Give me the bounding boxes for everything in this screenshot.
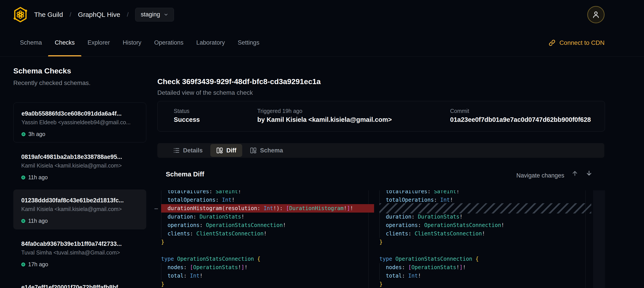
code-line: operations: OperationStatsConnection! [161,221,374,229]
green-dot-icon [21,175,25,179]
check-meta: 11h ago [21,174,138,181]
removed-line-marker: — [154,204,158,213]
code-line: duration: DurationStats! [161,213,374,221]
check-meta: 3h ago [22,131,138,137]
placeholder-code-line [380,203,591,213]
target-selector-value: staging [141,11,160,18]
check-id: 84fa0cab9367b39e1b1ff0a74f2733... [21,240,138,247]
nav-tab-schema[interactable]: Schema [20,29,42,56]
connect-cdn-button[interactable]: Connect to CDN [548,39,604,47]
hive-logo-icon[interactable] [13,7,28,23]
schema-check-item[interactable]: e9a0b55886fd3ce608c091dda6a4f...Yassin E… [13,103,146,142]
sidebar-subtitle: Recently checked schemas. [13,79,91,87]
nav-tab-checks[interactable]: Checks [55,29,75,56]
indent-guide [161,229,161,238]
indent-guide [161,213,161,221]
nav-tab-settings[interactable]: Settings [238,29,260,56]
code-line [161,246,374,255]
view-tab-schema[interactable]: Schema [244,144,289,157]
triggered-by: by Kamil Kisiela <kamil.kisiela@gmail.co… [257,116,392,123]
arrow-down-icon [585,169,593,177]
user-icon [591,10,600,19]
nav-tab-history[interactable]: History [123,29,142,56]
check-time: 3h ago [28,131,45,137]
connect-cdn-label: Connect to CDN [559,39,604,46]
app-header: The Guild / GraphQL Hive / staging [0,0,644,29]
project-name[interactable]: GraphQL Hive [78,11,120,19]
list-icon [173,147,180,154]
view-tab-label: Schema [260,147,283,154]
breadcrumb-separator: / [127,11,129,18]
arrow-up-icon [571,169,578,177]
indent-guide [161,263,161,271]
commit-label: Commit [450,108,591,114]
breadcrumb-separator: / [70,11,71,18]
target-selector[interactable]: staging [135,8,174,22]
page: The Guild / GraphQL Hive / staging Schem… [0,0,644,288]
indent-guide [161,190,161,196]
nav-tabs: SchemaChecksExplorerHistoryOperationsLab… [20,29,259,56]
breadcrumb: The Guild / GraphQL Hive / staging [13,7,174,23]
previous-change-button[interactable] [571,169,579,177]
chevron-down-icon [164,12,168,17]
user-menu-button[interactable] [587,6,604,23]
nav-tab-operations[interactable]: Operations [154,29,184,56]
status-label: Status [174,108,200,114]
check-id: e14e7eff1ef20001f70e72b8ffafb8bf [21,284,138,288]
check-subtitle: Detailed view of the schema check [157,89,253,96]
navigate-changes-label: Navigate changes [516,172,564,179]
diff-after-panel: totalFailures: SafeInt! totalOperations:… [380,190,591,288]
schema-diff-heading: Schema Diff [166,170,204,178]
indent-guide [161,196,161,204]
indent-guide [161,221,161,229]
schema-check-item[interactable]: 84fa0cab9367b39e1b1ff0a74f2733...Tuval S… [13,233,146,273]
code-line: nodes: [OperationStats!]! [380,263,591,271]
code-line: type OperationStatsConnection { [380,255,591,263]
status-value: Success [174,116,200,123]
link-icon [548,39,556,47]
code-line: } [380,280,591,288]
schema-check-item[interactable]: e14e7eff1ef20001f70e72b8ffafb8bf [13,276,146,288]
columns-icon [250,147,257,154]
view-tab-label: Details [183,147,203,154]
check-meta-card: Status Success Triggered 19h ago by Kami… [157,101,605,132]
nav-tab-explorer[interactable]: Explorer [88,29,110,56]
check-id: 0819afc4981ba2ab18e338788ae95... [21,154,138,160]
check-time: 11h ago [28,218,48,224]
diff-scrollbar[interactable] [593,190,605,288]
check-meta: 17h ago [21,261,138,267]
check-author: Yassin Eldeeb <yassineldeeb94@gmail.co..… [22,119,138,126]
code-line: total: Int! [161,271,374,280]
triggered-column: Triggered 19h ago by Kamil Kisiela <kami… [257,108,392,123]
check-title: Check 369f3439-929f-48df-bfc8-cd3a9291ec… [157,77,321,86]
code-line: nodes: [OperationStats!]! [161,263,374,271]
nav-tab-laboratory[interactable]: Laboratory [196,29,225,56]
commit-column: Commit 01a23ee0f7db01a9e7ac0d0747d62bb90… [450,108,591,123]
view-tab-details[interactable]: Details [167,144,208,157]
green-dot-icon [21,262,25,266]
org-name[interactable]: The Guild [34,11,63,19]
next-change-button[interactable] [585,169,593,177]
commit-hash: 01a23ee0f7db01a9e7ac0d0747d62bb900f0f628 [450,116,591,123]
check-author: Kamil Kisiela <kamil.kisiela@gmail.com> [21,162,138,169]
check-author: Tuval Simha <tuval.simha@Gmail.com> [21,249,138,256]
green-dot-icon [21,219,25,223]
sidebar-title: Schema Checks [13,67,71,75]
code-line: } [380,238,591,246]
triggered-label: Triggered 19h ago [257,108,392,114]
code-line: clients: ClientStatsConnection! [380,229,591,238]
code-line: } [161,280,374,288]
schema-check-item[interactable]: 01238ddd30faf8c43e61be2d1813fc...Kamil K… [13,189,146,229]
code-line: total: Int! [380,271,591,280]
code-line: totalFailures: SafeInt! [161,190,374,196]
indent-guide [161,271,161,280]
check-view-tabs: DetailsDiffSchema [157,143,604,158]
schema-check-item[interactable]: 0819afc4981ba2ab18e338788ae95...Kamil Ki… [13,146,146,186]
check-time: 17h ago [28,261,48,267]
schema-check-list: e9a0b55886fd3ce608c091dda6a4f...Yassin E… [13,103,146,288]
code-line: totalOperations: Int! [161,196,374,204]
code-line [380,246,591,255]
code-line: duration: DurationStats! [380,213,591,221]
view-tab-diff[interactable]: Diff [210,144,242,157]
code-line: clients: ClientStatsConnection! [161,229,374,238]
